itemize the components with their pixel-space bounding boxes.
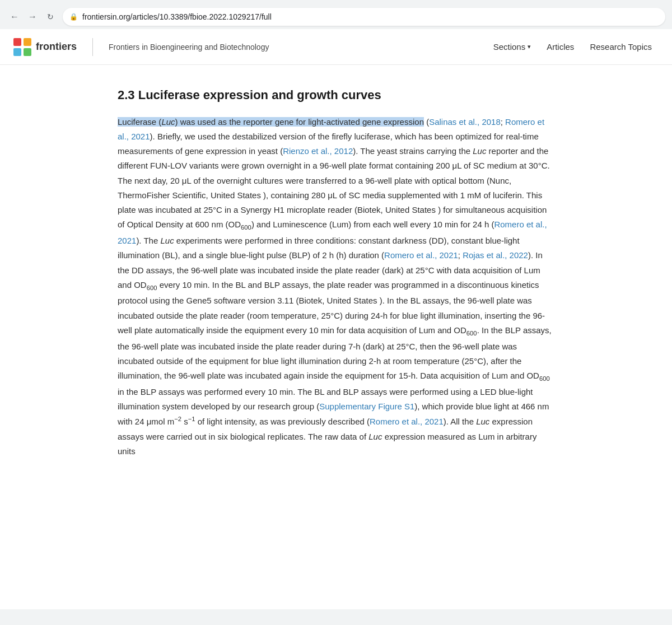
svg-rect-1 xyxy=(24,38,31,46)
citation-rojas-2022[interactable]: Rojas et al., 2022 xyxy=(463,250,528,260)
back-button[interactable]: ← xyxy=(7,9,22,25)
article-body: 2.3 Luciferase expression and growth cur… xyxy=(84,65,588,490)
page-content: frontiers Frontiers in Bioengineering an… xyxy=(0,29,672,609)
section-heading: 2.3 Luciferase expression and growth cur… xyxy=(118,87,554,104)
logo-area: frontiers Frontiers in Bioengineering an… xyxy=(13,38,269,56)
research-topics-nav-link[interactable]: Research Topics xyxy=(583,38,659,56)
svg-rect-0 xyxy=(13,38,21,46)
articles-nav-link[interactable]: Articles xyxy=(540,38,581,56)
nav-buttons: ← → ↻ xyxy=(7,9,58,25)
lock-icon: 🔒 xyxy=(69,13,78,21)
article-paragraph-1: Luciferase (Luc) was used as the reporte… xyxy=(118,115,554,459)
citation-romero-2021-3[interactable]: Romero et al., 2021 xyxy=(384,250,458,260)
citation-romero-2021-2[interactable]: Romero et al., 2021 xyxy=(118,220,547,245)
nav-divider xyxy=(92,38,93,56)
citation-salinas-2018[interactable]: Salinas et al., 2018 xyxy=(429,117,501,127)
nav-bar: frontiers Frontiers in Bioengineering an… xyxy=(0,29,672,65)
nav-links: Sections ▾ Articles Research Topics xyxy=(487,38,659,56)
citation-rienzo-2012[interactable]: Rienzo et al., 2012 xyxy=(283,146,353,156)
url-text: frontiersin.org/articles/10.3389/fbioe.2… xyxy=(82,12,272,21)
refresh-button[interactable]: ↻ xyxy=(43,9,58,25)
citation-romero-2021-4[interactable]: Romero et al., 2021 xyxy=(370,417,444,426)
browser-toolbar: ← → ↻ 🔒 frontiersin.org/articles/10.3389… xyxy=(0,4,672,29)
address-bar[interactable]: 🔒 frontiersin.org/articles/10.3389/fbioe… xyxy=(63,8,665,26)
frontiers-logo[interactable]: frontiers xyxy=(13,38,77,56)
forward-button[interactable]: → xyxy=(25,9,40,25)
articles-label: Articles xyxy=(547,42,574,52)
frontiers-logo-icon xyxy=(13,38,31,56)
research-topics-label: Research Topics xyxy=(590,42,652,52)
browser-chrome: ← → ↻ 🔒 frontiersin.org/articles/10.3389… xyxy=(0,0,672,29)
svg-rect-2 xyxy=(13,48,21,56)
highlighted-text: Luciferase (Luc) was used as the reporte… xyxy=(118,117,424,127)
svg-rect-3 xyxy=(24,48,31,56)
chevron-down-icon: ▾ xyxy=(528,43,531,50)
citation-supplementary-s1[interactable]: Supplementary Figure S1 xyxy=(319,402,414,411)
sections-label: Sections xyxy=(493,42,526,52)
logo-text: frontiers xyxy=(36,41,77,53)
journal-name: Frontiers in Bioengineering and Biotechn… xyxy=(109,43,269,52)
sections-nav-link[interactable]: Sections ▾ xyxy=(487,38,538,56)
